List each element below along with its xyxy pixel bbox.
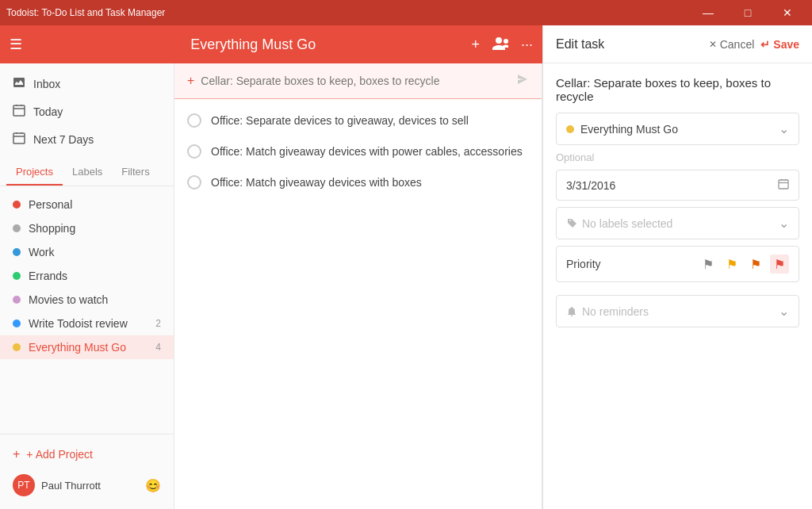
add-project-button[interactable]: + + Add Project (0, 441, 174, 468)
priority-flag-3[interactable]: ⚑ (746, 254, 765, 274)
task-add-submit[interactable] (516, 73, 529, 89)
more-button[interactable]: ··· (521, 36, 533, 53)
app-title: Todoist: To-Do List and Task Manager (6, 7, 165, 18)
todoist-label: Write Todoist review (29, 317, 128, 330)
project-list: Personal Shopping Work Errands Movies to… (0, 186, 174, 365)
sidebar-item-work[interactable]: Work (0, 240, 174, 264)
no-labels-text: No labels selected (582, 217, 672, 230)
cancel-button[interactable]: ✕ Cancel (709, 38, 755, 51)
sidebar-item-personal[interactable]: Personal (0, 193, 174, 216)
add-project-label: + Add Project (26, 448, 93, 461)
reminders-chevron-icon: ⌄ (779, 304, 789, 319)
tab-projects[interactable]: Projects (6, 159, 63, 186)
sidebar-item-everything[interactable]: Everything Must Go 4 (0, 335, 174, 359)
work-dot (13, 248, 21, 256)
due-date-text: 3/31/2016 (566, 179, 615, 192)
priority-flag-4[interactable]: ⚑ (770, 254, 789, 274)
task-checkbox[interactable] (187, 175, 201, 189)
people-button[interactable] (492, 37, 508, 52)
inbox-label: Inbox (33, 78, 60, 90)
priority-label: Priority (566, 258, 601, 270)
shopping-label: Shopping (29, 222, 75, 235)
sidebar-nav: Inbox Today Next 7 Days (0, 63, 174, 159)
close-button[interactable]: ✕ (769, 0, 806, 25)
table-row[interactable]: Office: Match giveaway devices with boxe… (174, 167, 542, 198)
movies-dot (13, 296, 21, 304)
task-checkbox[interactable] (187, 144, 201, 159)
labels-row[interactable]: No labels selected ⌄ (556, 207, 799, 239)
labels-text: No labels selected (566, 217, 672, 230)
reminders-text: No reminders (566, 305, 649, 318)
today-label: Today (33, 105, 63, 118)
task-list: Office: Separate devices to giveaway, de… (174, 99, 542, 205)
edit-task-name: Cellar: Separate boxes to keep, boxes to… (556, 76, 799, 103)
sidebar-item-next7[interactable]: Next 7 Days (0, 125, 174, 153)
task-checkbox[interactable] (187, 113, 201, 128)
svg-rect-4 (13, 133, 25, 144)
task-text: Office: Separate devices to giveaway, de… (211, 114, 469, 127)
header-actions: + ··· (471, 36, 533, 53)
edit-project-row[interactable]: Everything Must Go ⌄ (556, 113, 799, 145)
save-icon: ↵ (760, 38, 770, 51)
next7-icon (13, 132, 25, 147)
sidebar-item-errands[interactable]: Errands (0, 264, 174, 288)
svg-rect-8 (779, 180, 788, 189)
user-profile[interactable]: PT Paul Thurrott 😊 (0, 468, 174, 503)
optional-label: Optional (556, 151, 799, 163)
priority-flag-1[interactable]: ⚑ (699, 254, 718, 274)
add-task-button[interactable]: + (471, 36, 480, 53)
table-row[interactable]: Office: Match giveaway devices with powe… (174, 136, 542, 167)
next7-label: Next 7 Days (33, 133, 94, 146)
avatar: PT (13, 474, 35, 496)
main-content: Inbox Today Next 7 Days Projects Labels … (0, 63, 812, 509)
task-text: Office: Match giveaway devices with powe… (211, 145, 523, 158)
save-button[interactable]: ↵ Save (760, 38, 799, 51)
task-text: Office: Match giveaway devices with boxe… (211, 176, 422, 189)
add-icon: + (187, 74, 194, 88)
labels-chevron-icon: ⌄ (779, 216, 789, 231)
user-emoji: 😊 (145, 478, 161, 493)
sidebar: Inbox Today Next 7 Days Projects Labels … (0, 63, 174, 509)
sidebar-item-shopping[interactable]: Shopping (0, 216, 174, 240)
header-title: Everything Must Go (35, 36, 471, 53)
cancel-label: Cancel (720, 38, 755, 51)
errands-label: Errands (29, 270, 67, 282)
project-name: Everything Must Go (580, 123, 678, 136)
everything-label: Everything Must Go (29, 341, 126, 354)
sidebar-item-movies[interactable]: Movies to watch (0, 288, 174, 312)
task-add-input[interactable] (201, 75, 510, 87)
chevron-down-icon: ⌄ (779, 121, 789, 136)
todoist-dot (13, 320, 21, 327)
priority-flag-2[interactable]: ⚑ (722, 254, 741, 274)
tab-labels[interactable]: Labels (63, 159, 112, 186)
errands-dot (13, 272, 21, 280)
reminders-row[interactable]: No reminders ⌄ (556, 295, 799, 327)
save-label: Save (773, 38, 799, 51)
minimize-button[interactable]: — (690, 0, 726, 25)
task-add-bar[interactable]: + (174, 63, 542, 99)
sidebar-footer: + + Add Project PT Paul Thurrott 😊 (0, 434, 174, 509)
everything-count: 4 (155, 342, 161, 353)
edit-task-title: Edit task (556, 37, 703, 52)
hamburger-button[interactable]: ☰ (10, 36, 22, 53)
project-label: Everything Must Go (566, 123, 678, 136)
avatar-initials: PT (17, 480, 29, 491)
sidebar-item-today[interactable]: Today (0, 98, 174, 125)
svg-rect-0 (13, 105, 25, 116)
personal-label: Personal (29, 198, 72, 211)
task-area: + Office: Separate devices to giveaway, … (174, 63, 542, 509)
user-name: Paul Thurrott (41, 480, 101, 492)
due-date-row[interactable]: 3/31/2016 (556, 170, 799, 201)
today-icon (13, 104, 25, 119)
window-controls: — □ ✕ (690, 0, 806, 25)
people-icon (492, 37, 508, 50)
sidebar-item-todoist[interactable]: Write Todoist review 2 (0, 312, 174, 335)
maximize-button[interactable]: □ (730, 0, 766, 25)
priority-row: Priority ⚑ ⚑ ⚑ ⚑ (556, 246, 799, 282)
title-bar: Todoist: To-Do List and Task Manager — □… (0, 0, 812, 25)
submit-icon (516, 73, 529, 86)
tab-filters[interactable]: Filters (112, 159, 159, 186)
table-row[interactable]: Office: Separate devices to giveaway, de… (174, 105, 542, 136)
sidebar-item-inbox[interactable]: Inbox (0, 70, 174, 98)
cancel-icon: ✕ (709, 39, 717, 50)
